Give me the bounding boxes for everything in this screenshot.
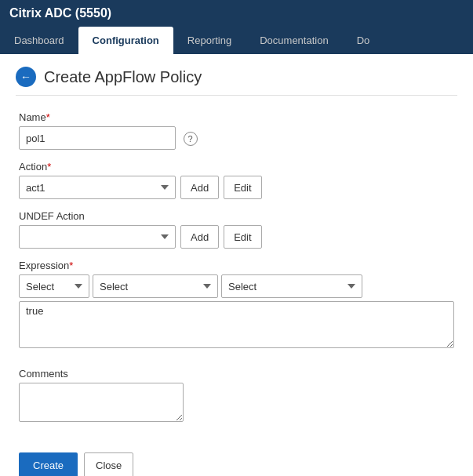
expression-label: Expression*: [19, 260, 454, 271]
comments-group: Comments: [19, 368, 454, 424]
expression-select-3[interactable]: Select: [221, 274, 362, 298]
form: Name* ? Action* act1 Add Edit UNDEF Acti…: [16, 111, 457, 476]
undef-action-row: Add Edit: [19, 225, 454, 249]
action-add-button[interactable]: Add: [180, 176, 219, 199]
bottom-buttons: Create Close: [19, 440, 454, 476]
action-label: Action*: [19, 161, 454, 173]
undef-edit-button[interactable]: Edit: [224, 225, 261, 249]
undef-action-label: UNDEF Action: [19, 210, 454, 222]
tab-documentation[interactable]: Documentation: [246, 27, 342, 54]
action-row: act1 Add Edit: [19, 176, 454, 199]
main-content: ← Create AppFlow Policy Name* ? Action* …: [0, 54, 473, 476]
tab-more[interactable]: Do: [343, 27, 384, 54]
expression-group: Expression* Select Select Select true: [19, 260, 454, 351]
tab-reporting[interactable]: Reporting: [173, 27, 246, 54]
nav-tabs: Dashboard Configuration Reporting Docume…: [0, 27, 473, 54]
expression-textarea[interactable]: true: [19, 301, 454, 348]
name-help-icon[interactable]: ?: [184, 132, 198, 146]
tab-dashboard[interactable]: Dashboard: [0, 27, 78, 54]
action-group: Action* act1 Add Edit: [19, 161, 454, 199]
undef-action-group: UNDEF Action Add Edit: [19, 210, 454, 249]
name-label: Name*: [19, 111, 454, 123]
app-title: Citrix ADC (5550): [9, 6, 111, 20]
comments-label: Comments: [19, 368, 454, 380]
undef-action-select[interactable]: [19, 225, 176, 249]
expression-select-1[interactable]: Select: [19, 274, 89, 298]
top-bar: Citrix ADC (5550): [0, 0, 473, 27]
action-select[interactable]: act1: [19, 176, 176, 199]
name-group: Name* ?: [19, 111, 454, 150]
expression-select-2[interactable]: Select: [93, 274, 218, 298]
close-button[interactable]: Close: [84, 452, 133, 476]
back-button[interactable]: ←: [16, 67, 36, 87]
expression-selects-row: Select Select Select: [19, 274, 454, 298]
name-required: *: [46, 111, 50, 123]
page-title: Create AppFlow Policy: [44, 68, 202, 86]
name-input[interactable]: [19, 126, 176, 150]
tab-configuration[interactable]: Configuration: [78, 27, 173, 54]
expression-required: *: [69, 260, 73, 271]
create-button[interactable]: Create: [19, 452, 78, 476]
action-required: *: [47, 161, 51, 173]
comments-textarea[interactable]: [19, 383, 184, 422]
action-edit-button[interactable]: Edit: [224, 176, 261, 199]
page-title-row: ← Create AppFlow Policy: [16, 67, 457, 96]
undef-add-button[interactable]: Add: [180, 225, 219, 249]
